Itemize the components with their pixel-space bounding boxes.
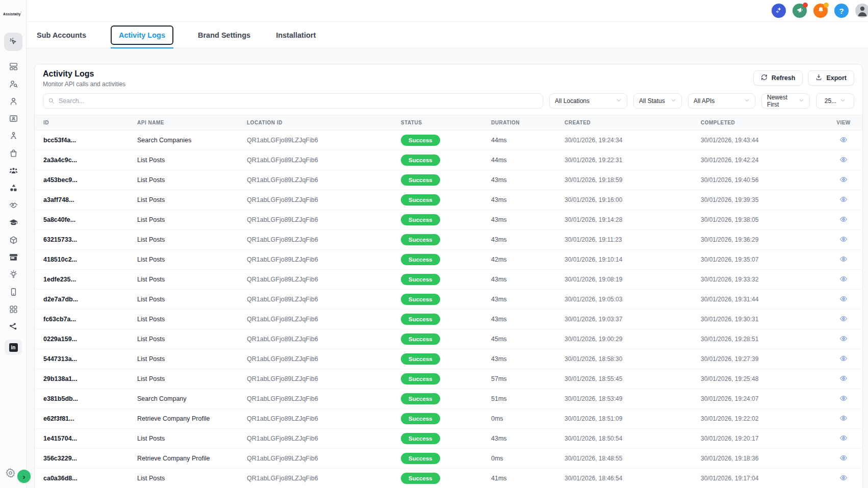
megaphone-icon xyxy=(796,6,804,15)
cell-id: a3aff748... xyxy=(35,196,137,203)
sidebar-item-person-hierarchy[interactable] xyxy=(5,132,21,142)
sidebar-item-storefront[interactable] xyxy=(5,253,21,263)
view-button[interactable] xyxy=(838,353,849,365)
sidebar-item-shapes[interactable] xyxy=(5,184,21,194)
locations-filter[interactable]: All Locations xyxy=(549,93,627,109)
cell-location-id: QR1abLGFjo89LZJqFib6 xyxy=(247,157,401,164)
page-subtitle: Monitor API calls and activities xyxy=(43,81,125,88)
cell-location-id: QR1abLGFjo89LZJqFib6 xyxy=(247,196,401,203)
tab-activity-logs[interactable]: Activity Logs xyxy=(111,25,173,45)
view-button[interactable] xyxy=(838,473,849,484)
download-icon xyxy=(815,74,822,82)
view-button[interactable] xyxy=(838,155,849,166)
view-button[interactable] xyxy=(838,453,849,465)
view-button[interactable] xyxy=(838,314,849,325)
column-header: COMPLETED xyxy=(701,120,825,125)
page-size-filter[interactable]: 25... xyxy=(816,93,854,109)
sidebar-item-shopping-bag[interactable] xyxy=(5,149,21,159)
sidebar-expand-button[interactable]: › xyxy=(17,470,31,483)
cell-created: 30/01/2026, 18:53:49 xyxy=(565,395,701,402)
status-badge: Success xyxy=(401,473,440,484)
user-avatar[interactable] xyxy=(855,4,868,18)
view-button[interactable] xyxy=(838,294,849,305)
tab-sub-accounts[interactable]: Sub Accounts xyxy=(36,29,87,41)
status-badge: Success xyxy=(401,254,440,265)
cell-id: e381b5db... xyxy=(35,395,137,402)
view-button[interactable] xyxy=(838,174,849,186)
cell-api-name: List Posts xyxy=(137,196,247,203)
chevron-down-icon xyxy=(799,97,804,105)
cell-location-id: QR1abLGFjo89LZJqFib6 xyxy=(247,475,401,482)
export-button[interactable]: Export xyxy=(808,70,854,86)
status-badge: Success xyxy=(401,373,440,384)
view-button[interactable] xyxy=(838,433,849,445)
cell-api-name: List Posts xyxy=(137,336,247,343)
cell-id: 1e415704... xyxy=(35,435,137,442)
view-button[interactable] xyxy=(838,393,849,405)
bell-icon xyxy=(817,6,825,15)
status-filter[interactable]: All Status xyxy=(633,93,682,109)
view-button[interactable] xyxy=(838,413,849,425)
status-badge: Success xyxy=(401,174,440,186)
status-badge: Success xyxy=(401,135,440,146)
cell-duration: 0ms xyxy=(491,455,565,462)
status-badge: Success xyxy=(401,234,440,245)
sidebar-item-mobile-device[interactable] xyxy=(5,288,21,298)
lightbulb-icon xyxy=(9,270,18,281)
eye-icon xyxy=(839,297,848,304)
eye-icon xyxy=(839,376,848,384)
table-row: 5447313a... List Posts QR1abLGFjo89LZJqF… xyxy=(35,349,862,369)
notifications-button[interactable] xyxy=(813,4,828,18)
sidebar-item-user-search[interactable] xyxy=(5,80,21,90)
view-button[interactable] xyxy=(838,194,849,206)
shapes-icon xyxy=(9,183,18,194)
cell-id: 2a3a4c9c... xyxy=(35,157,137,164)
status-badge: Success xyxy=(401,294,440,305)
table-header-row: IDAPI NAMELOCATION IDSTATUSDURATIONCREAT… xyxy=(35,115,862,131)
table-row: 5a8c40fe... List Posts QR1abLGFjo89LZJqF… xyxy=(35,210,862,230)
sidebar-item-cursor-click[interactable] xyxy=(4,33,22,51)
view-button[interactable] xyxy=(838,373,849,385)
sidebar-item-dashboard[interactable] xyxy=(5,62,21,72)
view-button[interactable] xyxy=(838,254,849,266)
cell-duration: 51ms xyxy=(491,395,565,402)
cell-created: 30/01/2026, 19:03:37 xyxy=(565,316,701,323)
share-nodes-icon xyxy=(9,322,18,333)
view-button[interactable] xyxy=(838,135,849,146)
view-button[interactable] xyxy=(838,234,849,246)
settings-button[interactable] xyxy=(5,468,16,479)
announcements-button[interactable] xyxy=(793,4,807,18)
sort-filter[interactable]: Newest First xyxy=(761,93,810,109)
sidebar-item-apps-grid[interactable] xyxy=(5,305,21,315)
view-button[interactable] xyxy=(838,214,849,226)
sidebar-item-share-nodes[interactable] xyxy=(5,322,21,332)
view-button[interactable] xyxy=(838,274,849,286)
help-button[interactable]: ? xyxy=(834,4,849,18)
sidebar-item-linkedin[interactable]: in xyxy=(5,340,22,355)
cell-api-name: Search Company xyxy=(137,395,247,402)
cell-duration: 42ms xyxy=(491,256,565,263)
cell-created: 30/01/2026, 19:05:03 xyxy=(565,296,701,303)
cell-created: 30/01/2026, 18:50:54 xyxy=(565,435,701,442)
apis-filter[interactable]: All APIs xyxy=(688,93,755,109)
sidebar-item-users-group[interactable] xyxy=(5,166,21,176)
topbar: ? xyxy=(27,0,868,22)
sidebar-item-package-cube[interactable] xyxy=(5,236,21,246)
ai-assistant-button[interactable] xyxy=(772,4,786,18)
sidebar-item-handshake[interactable] xyxy=(5,201,21,211)
tab-brand-settings[interactable]: Brand Settings xyxy=(197,29,251,41)
refresh-button[interactable]: Refresh xyxy=(753,70,803,86)
sidebar-item-graduation-cap[interactable] xyxy=(5,218,21,228)
search-input[interactable] xyxy=(43,93,543,109)
view-button[interactable] xyxy=(838,333,849,345)
cell-completed: 30/01/2026, 19:17:04 xyxy=(701,475,825,482)
cell-created: 30/01/2026, 19:22:31 xyxy=(565,157,701,164)
tab-installation[interactable]: Installatiort xyxy=(275,29,317,41)
sidebar-item-lightbulb[interactable] xyxy=(5,270,21,280)
cell-id: bcc53f4a... xyxy=(35,137,137,144)
sidebar-item-user[interactable] xyxy=(5,97,21,107)
cell-location-id: QR1abLGFjo89LZJqFib6 xyxy=(247,316,401,323)
sidebar-item-contact-card[interactable] xyxy=(5,114,21,124)
cell-created: 30/01/2026, 18:51:09 xyxy=(565,415,701,422)
chevron-down-icon xyxy=(671,97,676,105)
